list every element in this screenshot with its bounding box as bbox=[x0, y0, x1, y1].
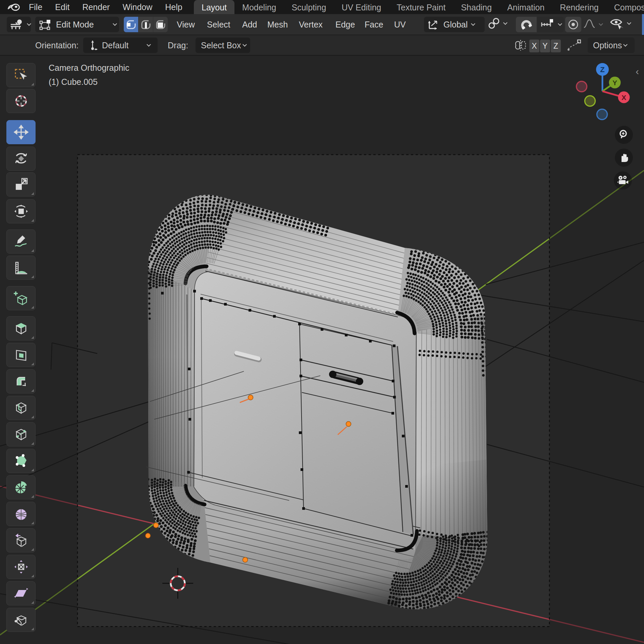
svg-text:Z: Z bbox=[600, 65, 604, 74]
svg-text:Y: Y bbox=[612, 79, 617, 87]
svg-text:X: X bbox=[622, 94, 626, 101]
